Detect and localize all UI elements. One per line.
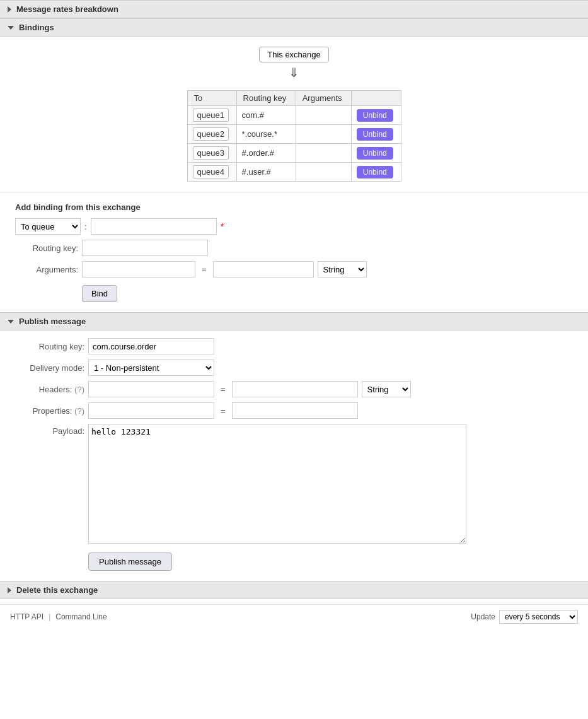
table-row: queue2*.course.*Unbind: [187, 125, 401, 144]
queue-cell: queue2: [187, 125, 236, 144]
col-action: [351, 91, 401, 106]
publish-button-row: Publish message: [15, 549, 573, 571]
pub-payload-row: Payload: hello 123321: [15, 424, 573, 544]
headers-help-icon[interactable]: (?): [74, 385, 84, 394]
footer-links: HTTP API | Command Line: [10, 612, 107, 621]
pub-headers-label: Headers: (?): [15, 385, 84, 394]
routing-key-input[interactable]: [82, 240, 208, 256]
equals-sign: =: [199, 265, 209, 274]
pub-routing-key-label: Routing key:: [15, 342, 84, 351]
delete-section-title: Delete this exchange: [16, 585, 98, 595]
command-line-link[interactable]: Command Line: [55, 612, 107, 621]
bindings-table: To Routing key Arguments queue1com.#Unbi…: [187, 90, 401, 182]
bindings-collapse-icon: [8, 26, 14, 30]
routing-key-cell: *.course.*: [236, 125, 296, 144]
bindings-section-header[interactable]: Bindings: [0, 18, 588, 37]
routing-key-cell: #.user.#: [236, 163, 296, 182]
page-footer: HTTP API | Command Line Update every 5 s…: [0, 604, 588, 629]
update-label: Update: [471, 612, 495, 621]
routing-key-row: Routing key:: [15, 240, 573, 256]
to-queue-select[interactable]: To queue To exchange: [15, 218, 81, 235]
publish-section: Publish message Routing key: Delivery mo…: [0, 312, 588, 581]
add-binding-to-row: To queue To exchange : *: [15, 218, 573, 235]
action-cell: Unbind: [351, 163, 401, 182]
bindings-section: Bindings This exchange ⇓ To Routing key …: [0, 18, 588, 192]
action-cell: Unbind: [351, 125, 401, 144]
arguments-label: Arguments:: [15, 265, 78, 274]
rates-section-title: Message rates breakdown: [16, 4, 118, 14]
unbind-button[interactable]: Unbind: [357, 128, 393, 141]
rates-section: Message rates breakdown: [0, 0, 588, 18]
arguments-row: Arguments: = String Integer Boolean: [15, 261, 573, 278]
pub-delivery-mode-row: Delivery mode: 1 - Non-persistent 2 - Pe…: [15, 360, 573, 376]
rates-section-header[interactable]: Message rates breakdown: [0, 0, 588, 18]
col-arguments: Arguments: [296, 91, 351, 106]
pub-headers-key-input[interactable]: [88, 381, 214, 397]
pub-headers-type-select[interactable]: String Integer Boolean: [362, 381, 411, 397]
pub-headers-value-input[interactable]: [232, 381, 358, 397]
queue-cell: queue3: [187, 144, 236, 163]
this-exchange-button[interactable]: This exchange: [259, 47, 329, 62]
queue-box: queue3: [193, 146, 229, 160]
table-row: queue4#.user.#Unbind: [187, 163, 401, 182]
arguments-cell: [296, 163, 351, 182]
queue-cell: queue1: [187, 106, 236, 125]
action-cell: Unbind: [351, 144, 401, 163]
publish-collapse-icon: [8, 320, 14, 324]
add-binding-section: Add binding from this exchange To queue …: [0, 192, 588, 312]
http-api-link[interactable]: HTTP API: [10, 612, 43, 621]
queue-box: queue4: [193, 165, 229, 178]
pub-properties-key-input[interactable]: [88, 402, 214, 419]
routing-key-cell: #.order.#: [236, 144, 296, 163]
pub-payload-label: Payload:: [15, 424, 84, 436]
pub-routing-key-row: Routing key:: [15, 338, 573, 354]
arguments-cell: [296, 144, 351, 163]
action-cell: Unbind: [351, 106, 401, 125]
pub-properties-equals: =: [218, 406, 228, 416]
required-indicator: *: [221, 221, 224, 231]
arguments-cell: [296, 125, 351, 144]
bindings-content: This exchange ⇓ To Routing key Arguments…: [0, 37, 588, 192]
update-interval-select[interactable]: every 5 seconds every 10 seconds every 3…: [499, 610, 578, 624]
arguments-key-input[interactable]: [82, 261, 195, 278]
bindings-center: This exchange ⇓: [15, 47, 573, 80]
rates-collapse-icon: [8, 6, 11, 13]
delete-collapse-icon: [8, 587, 11, 593]
arguments-cell: [296, 106, 351, 125]
publish-message-button[interactable]: Publish message: [88, 552, 172, 571]
pub-headers-equals: =: [218, 385, 228, 394]
pub-delivery-mode-label: Delivery mode:: [15, 363, 84, 373]
queue-box: queue1: [193, 108, 229, 122]
queue-cell: queue4: [187, 163, 236, 182]
bind-button[interactable]: Bind: [82, 285, 117, 302]
down-arrow-icon: ⇓: [289, 65, 299, 80]
delete-section-header[interactable]: Delete this exchange: [0, 581, 588, 599]
unbind-button[interactable]: Unbind: [357, 147, 393, 160]
pub-payload-textarea[interactable]: hello 123321: [88, 424, 466, 544]
to-queue-input[interactable]: [91, 218, 217, 235]
pub-properties-label: Properties: (?): [15, 406, 84, 416]
col-to: To: [187, 91, 236, 106]
to-colon: :: [84, 222, 87, 231]
pub-properties-value-input[interactable]: [232, 402, 358, 419]
add-binding-title: Add binding from this exchange: [15, 202, 573, 212]
bind-button-row: Bind: [15, 283, 573, 302]
pub-routing-key-input[interactable]: [88, 338, 214, 354]
arguments-type-select[interactable]: String Integer Boolean: [318, 261, 367, 278]
publish-section-header[interactable]: Publish message: [0, 312, 588, 330]
publish-section-title: Publish message: [19, 317, 86, 326]
queue-box: queue2: [193, 127, 229, 141]
unbind-button[interactable]: Unbind: [357, 109, 393, 122]
table-row: queue1com.#Unbind: [187, 106, 401, 125]
unbind-button[interactable]: Unbind: [357, 166, 393, 178]
table-row: queue3#.order.#Unbind: [187, 144, 401, 163]
properties-help-icon[interactable]: (?): [74, 406, 84, 416]
delete-section: Delete this exchange: [0, 581, 588, 599]
footer-right: Update every 5 seconds every 10 seconds …: [471, 610, 578, 624]
routing-key-cell: com.#: [236, 106, 296, 125]
publish-content: Routing key: Delivery mode: 1 - Non-pers…: [0, 330, 588, 581]
bindings-section-title: Bindings: [19, 23, 54, 32]
pub-delivery-mode-select[interactable]: 1 - Non-persistent 2 - Persistent: [88, 360, 214, 376]
arguments-value-input[interactable]: [213, 261, 314, 278]
col-routing-key: Routing key: [236, 91, 296, 106]
